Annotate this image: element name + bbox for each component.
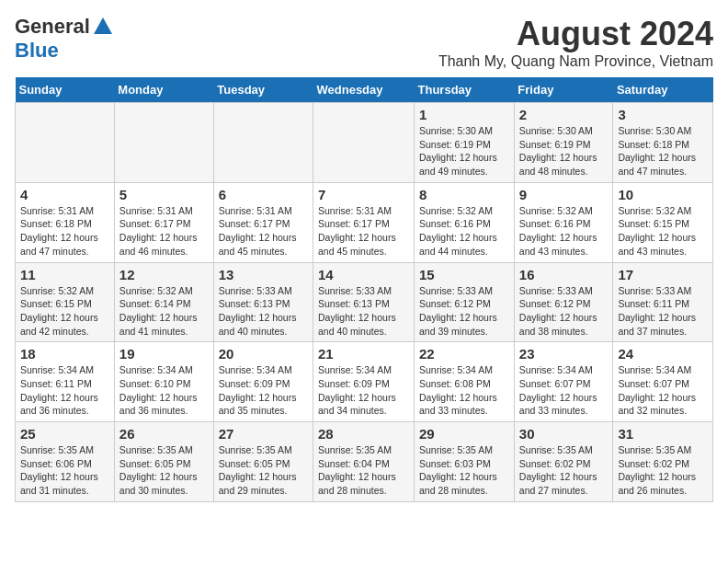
day-number: 30 xyxy=(519,426,609,442)
day-detail: Sunrise: 5:31 AM Sunset: 6:17 PM Dayligh… xyxy=(119,205,198,257)
calendar-week-row: 1Sunrise: 5:30 AM Sunset: 6:19 PM Daylig… xyxy=(16,103,713,183)
day-number: 23 xyxy=(519,346,609,362)
day-detail: Sunrise: 5:31 AM Sunset: 6:17 PM Dayligh… xyxy=(219,205,297,257)
calendar-cell: 19Sunrise: 5:34 AM Sunset: 6:10 PM Dayli… xyxy=(114,342,213,422)
day-detail: Sunrise: 5:30 AM Sunset: 6:19 PM Dayligh… xyxy=(519,125,597,177)
day-detail: Sunrise: 5:34 AM Sunset: 6:07 PM Dayligh… xyxy=(519,364,597,416)
day-detail: Sunrise: 5:32 AM Sunset: 6:16 PM Dayligh… xyxy=(419,205,497,257)
calendar-cell: 27Sunrise: 5:35 AM Sunset: 6:05 PM Dayli… xyxy=(213,422,313,502)
day-detail: Sunrise: 5:31 AM Sunset: 6:18 PM Dayligh… xyxy=(20,205,98,257)
day-number: 11 xyxy=(20,267,109,282)
calendar-cell: 20Sunrise: 5:34 AM Sunset: 6:09 PM Dayli… xyxy=(213,342,313,422)
day-number: 4 xyxy=(20,187,109,202)
calendar-week-row: 4Sunrise: 5:31 AM Sunset: 6:18 PM Daylig… xyxy=(16,182,713,262)
calendar-cell: 8Sunrise: 5:32 AM Sunset: 6:16 PM Daylig… xyxy=(415,182,515,262)
day-detail: Sunrise: 5:34 AM Sunset: 6:11 PM Dayligh… xyxy=(20,364,98,416)
day-detail: Sunrise: 5:32 AM Sunset: 6:14 PM Dayligh… xyxy=(119,285,198,337)
calendar-header-row: SundayMondayTuesdayWednesdayThursdayFrid… xyxy=(16,77,713,103)
calendar-cell: 9Sunrise: 5:32 AM Sunset: 6:16 PM Daylig… xyxy=(514,182,613,262)
day-number: 2 xyxy=(519,107,609,122)
calendar-cell: 24Sunrise: 5:34 AM Sunset: 6:07 PM Dayli… xyxy=(613,342,713,422)
day-detail: Sunrise: 5:33 AM Sunset: 6:12 PM Dayligh… xyxy=(419,285,497,337)
day-detail: Sunrise: 5:35 AM Sunset: 6:05 PM Dayligh… xyxy=(219,444,297,496)
calendar-week-row: 25Sunrise: 5:35 AM Sunset: 6:06 PM Dayli… xyxy=(16,422,713,502)
day-detail: Sunrise: 5:35 AM Sunset: 6:06 PM Dayligh… xyxy=(20,444,98,496)
day-number: 9 xyxy=(519,187,609,202)
day-number: 18 xyxy=(20,346,109,362)
day-detail: Sunrise: 5:33 AM Sunset: 6:11 PM Dayligh… xyxy=(618,285,696,337)
header: General Blue August 2024 Thanh My, Quang… xyxy=(15,15,713,70)
calendar-cell: 14Sunrise: 5:33 AM Sunset: 6:13 PM Dayli… xyxy=(313,262,415,342)
calendar-cell: 7Sunrise: 5:31 AM Sunset: 6:17 PM Daylig… xyxy=(313,182,415,262)
calendar-cell: 21Sunrise: 5:34 AM Sunset: 6:09 PM Dayli… xyxy=(313,342,415,422)
calendar-cell: 10Sunrise: 5:32 AM Sunset: 6:15 PM Dayli… xyxy=(613,182,713,262)
day-of-week-header: Friday xyxy=(514,77,613,103)
calendar-cell: 23Sunrise: 5:34 AM Sunset: 6:07 PM Dayli… xyxy=(514,342,613,422)
main-title: August 2024 xyxy=(438,15,713,53)
logo-icon xyxy=(92,16,114,38)
day-number: 5 xyxy=(119,187,209,202)
subtitle: Thanh My, Quang Nam Province, Vietnam xyxy=(438,53,713,70)
calendar-cell: 28Sunrise: 5:35 AM Sunset: 6:04 PM Dayli… xyxy=(313,422,415,502)
day-number: 24 xyxy=(618,346,708,362)
day-of-week-header: Thursday xyxy=(415,77,515,103)
day-number: 7 xyxy=(318,187,409,202)
day-of-week-header: Saturday xyxy=(613,77,713,103)
day-of-week-header: Wednesday xyxy=(313,77,415,103)
logo-blue: Blue xyxy=(15,39,59,63)
day-number: 6 xyxy=(219,187,308,202)
logo-general: General xyxy=(15,15,90,39)
calendar-cell: 29Sunrise: 5:35 AM Sunset: 6:03 PM Dayli… xyxy=(415,422,515,502)
calendar-cell: 17Sunrise: 5:33 AM Sunset: 6:11 PM Dayli… xyxy=(613,262,713,342)
calendar-cell: 15Sunrise: 5:33 AM Sunset: 6:12 PM Dayli… xyxy=(415,262,515,342)
day-detail: Sunrise: 5:30 AM Sunset: 6:18 PM Dayligh… xyxy=(618,125,696,177)
day-number: 14 xyxy=(318,267,409,282)
calendar-body: 1Sunrise: 5:30 AM Sunset: 6:19 PM Daylig… xyxy=(16,103,713,502)
calendar-cell: 30Sunrise: 5:35 AM Sunset: 6:02 PM Dayli… xyxy=(514,422,613,502)
day-number: 3 xyxy=(618,107,708,122)
calendar-cell: 12Sunrise: 5:32 AM Sunset: 6:14 PM Dayli… xyxy=(114,262,213,342)
calendar-cell: 4Sunrise: 5:31 AM Sunset: 6:18 PM Daylig… xyxy=(16,182,115,262)
day-number: 25 xyxy=(20,426,109,442)
day-detail: Sunrise: 5:34 AM Sunset: 6:07 PM Dayligh… xyxy=(618,364,696,416)
calendar-cell xyxy=(213,103,313,183)
day-detail: Sunrise: 5:30 AM Sunset: 6:19 PM Dayligh… xyxy=(419,125,497,177)
day-detail: Sunrise: 5:32 AM Sunset: 6:15 PM Dayligh… xyxy=(20,285,98,337)
day-number: 28 xyxy=(318,426,409,442)
day-number: 16 xyxy=(519,267,609,282)
calendar-cell: 11Sunrise: 5:32 AM Sunset: 6:15 PM Dayli… xyxy=(16,262,115,342)
calendar-cell: 3Sunrise: 5:30 AM Sunset: 6:18 PM Daylig… xyxy=(613,103,713,183)
day-number: 22 xyxy=(419,346,509,362)
day-number: 8 xyxy=(419,187,509,202)
calendar-week-row: 18Sunrise: 5:34 AM Sunset: 6:11 PM Dayli… xyxy=(16,342,713,422)
day-detail: Sunrise: 5:34 AM Sunset: 6:08 PM Dayligh… xyxy=(419,364,497,416)
day-detail: Sunrise: 5:34 AM Sunset: 6:09 PM Dayligh… xyxy=(318,364,396,416)
day-number: 15 xyxy=(419,267,509,282)
calendar-cell xyxy=(114,103,213,183)
day-number: 31 xyxy=(618,426,708,442)
day-number: 27 xyxy=(219,426,308,442)
day-detail: Sunrise: 5:34 AM Sunset: 6:10 PM Dayligh… xyxy=(119,364,198,416)
day-number: 29 xyxy=(419,426,509,442)
calendar-cell xyxy=(16,103,115,183)
day-number: 13 xyxy=(219,267,308,282)
calendar-week-row: 11Sunrise: 5:32 AM Sunset: 6:15 PM Dayli… xyxy=(16,262,713,342)
day-detail: Sunrise: 5:33 AM Sunset: 6:13 PM Dayligh… xyxy=(219,285,297,337)
calendar-cell xyxy=(313,103,415,183)
day-detail: Sunrise: 5:35 AM Sunset: 6:03 PM Dayligh… xyxy=(419,444,497,496)
day-detail: Sunrise: 5:34 AM Sunset: 6:09 PM Dayligh… xyxy=(219,364,297,416)
day-detail: Sunrise: 5:33 AM Sunset: 6:13 PM Dayligh… xyxy=(318,285,396,337)
day-number: 12 xyxy=(119,267,209,282)
calendar-cell: 5Sunrise: 5:31 AM Sunset: 6:17 PM Daylig… xyxy=(114,182,213,262)
day-number: 10 xyxy=(618,187,708,202)
logo: General Blue xyxy=(15,15,114,63)
day-detail: Sunrise: 5:35 AM Sunset: 6:05 PM Dayligh… xyxy=(119,444,198,496)
title-area: August 2024 Thanh My, Quang Nam Province… xyxy=(438,15,713,70)
calendar-cell: 22Sunrise: 5:34 AM Sunset: 6:08 PM Dayli… xyxy=(415,342,515,422)
day-number: 20 xyxy=(219,346,308,362)
day-of-week-header: Monday xyxy=(114,77,213,103)
calendar-cell: 6Sunrise: 5:31 AM Sunset: 6:17 PM Daylig… xyxy=(213,182,313,262)
calendar-cell: 31Sunrise: 5:35 AM Sunset: 6:02 PM Dayli… xyxy=(613,422,713,502)
day-number: 21 xyxy=(318,346,409,362)
calendar-cell: 18Sunrise: 5:34 AM Sunset: 6:11 PM Dayli… xyxy=(16,342,115,422)
